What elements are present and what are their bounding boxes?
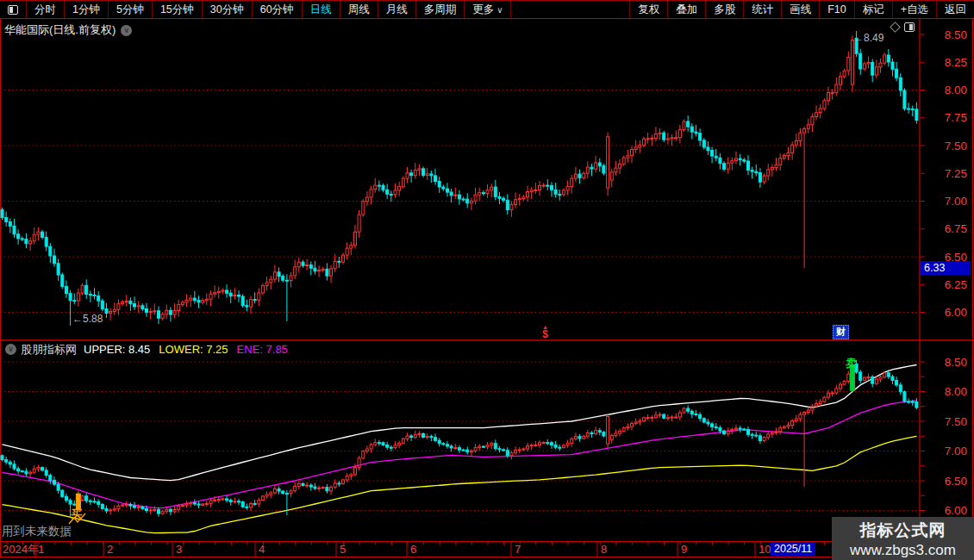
indicator-ene-value: ENE: 7.85: [237, 343, 288, 356]
watermark: 指标公式网 www.zbgs3.com: [832, 517, 974, 560]
button-f10[interactable]: F10: [819, 1, 854, 18]
svg-text:7.00: 7.00: [945, 445, 967, 457]
tab-more-label: 更多: [472, 3, 494, 17]
chevron-down-icon: ∨: [496, 5, 503, 15]
tab-15min[interactable]: 15分钟: [153, 1, 203, 18]
dividend-icon: $: [542, 328, 548, 340]
ene-label: ENE:: [237, 343, 263, 356]
tab-weekly[interactable]: 周线: [340, 1, 378, 18]
indicator-lower-value: LOWER: 7.25: [159, 343, 228, 356]
tab-30min[interactable]: 30分钟: [203, 1, 253, 18]
dividend-marker[interactable]: ▲$: [542, 324, 548, 338]
report-marker[interactable]: 财: [833, 325, 849, 339]
date-highlight-tag: 2025/11: [771, 542, 815, 556]
chart-canvas[interactable]: 8.508.258.007.757.507.257.006.756.506.25…: [0, 0, 974, 560]
high-price-annotation: ←8.49: [853, 32, 883, 44]
svg-text:8.50: 8.50: [945, 28, 967, 41]
ene-number: 7.85: [266, 343, 288, 356]
tab-more[interactable]: 更多 ∨: [465, 1, 511, 18]
tab-minute-chart[interactable]: 分时: [27, 1, 65, 18]
upper-number: 8.45: [128, 343, 150, 356]
plot-corner-icons: [891, 22, 915, 32]
layout-toggle-button[interactable]: [0, 1, 27, 18]
watermark-title: 指标公式网: [832, 520, 974, 542]
indicator-collapse-icon[interactable]: ∨: [5, 344, 16, 355]
svg-text:6.50: 6.50: [945, 475, 967, 488]
svg-text:8.25: 8.25: [945, 56, 967, 69]
price-highlight-tag: 6.33: [921, 261, 971, 275]
svg-text:7.75: 7.75: [945, 111, 967, 124]
tab-60min[interactable]: 60分钟: [253, 1, 303, 18]
tab-multi-period[interactable]: 多周期: [416, 1, 465, 18]
upper-label: UPPER:: [84, 343, 125, 356]
split-view-icon: [8, 5, 18, 15]
svg-text:8.50: 8.50: [945, 356, 967, 369]
title-dropdown-icon[interactable]: ∨: [121, 25, 132, 36]
button-draw-line[interactable]: 画线: [781, 1, 819, 18]
indicator-source-label: 股朋指标网: [21, 342, 77, 358]
indicator-upper-value: UPPER: 8.45: [84, 343, 150, 356]
low-price-annotation: ←5.88: [72, 313, 103, 325]
svg-text:2024年: 2024年: [3, 543, 39, 556]
svg-text:6.00: 6.00: [945, 306, 967, 319]
svg-text:8.00: 8.00: [945, 385, 967, 398]
svg-text:8: 8: [601, 543, 607, 556]
sell-signal-label: 卖: [846, 356, 857, 371]
buy-signal-label: 买: [71, 507, 82, 522]
symbol-period-label: 华能国际(日线.前复权): [4, 22, 116, 38]
app-window: 分时 1分钟 5分钟 15分钟 30分钟 60分钟 日线 周线 月线 多周期 更…: [0, 0, 974, 560]
svg-text:7: 7: [515, 543, 521, 556]
svg-text:6.00: 6.00: [945, 504, 967, 517]
panel-toggle-icon[interactable]: [904, 22, 915, 32]
svg-text:6.75: 6.75: [945, 222, 967, 235]
diamond-icon[interactable]: [890, 22, 901, 33]
svg-text:9: 9: [681, 543, 687, 556]
button-overlay[interactable]: 叠加: [667, 1, 705, 18]
svg-text:7.50: 7.50: [945, 415, 967, 428]
button-add-watchlist[interactable]: +自选: [892, 1, 936, 18]
svg-text:5: 5: [340, 543, 346, 556]
svg-text:4: 4: [259, 543, 265, 556]
watermark-url: www.zbgs3.com: [832, 542, 974, 559]
tab-monthly[interactable]: 月线: [378, 1, 416, 18]
button-statistics[interactable]: 统计: [743, 1, 781, 18]
svg-text:7.25: 7.25: [945, 167, 967, 180]
button-adjust-rights[interactable]: 复权: [629, 1, 667, 18]
svg-text:7.00: 7.00: [945, 195, 967, 208]
button-mark[interactable]: 标记: [854, 1, 892, 18]
svg-text:3: 3: [176, 543, 182, 556]
toolbar: 分时 1分钟 5分钟 15分钟 30分钟 60分钟 日线 周线 月线 多周期 更…: [0, 0, 974, 19]
svg-text:8.00: 8.00: [945, 84, 967, 96]
chart-title: 华能国际(日线.前复权) ∨: [4, 22, 132, 38]
button-back[interactable]: 返回: [936, 1, 974, 18]
toolbar-right-group: 复权 叠加 多股 统计 画线 F10 标记 +自选 返回: [629, 1, 974, 18]
svg-text:6.25: 6.25: [945, 278, 967, 291]
svg-text:2: 2: [107, 543, 113, 556]
button-multi-stock[interactable]: 多股: [705, 1, 743, 18]
tab-1min[interactable]: 1分钟: [65, 1, 109, 18]
lower-number: 7.25: [206, 343, 228, 356]
svg-text:1: 1: [38, 543, 44, 556]
tab-5min[interactable]: 5分钟: [109, 1, 153, 18]
indicator-header: ∨ 股朋指标网 UPPER: 8.45 LOWER: 7.25 ENE: 7.8…: [0, 342, 297, 357]
svg-text:6: 6: [410, 543, 416, 556]
lower-label: LOWER:: [159, 343, 203, 356]
svg-text:7.50: 7.50: [945, 140, 967, 152]
svg-text:10: 10: [759, 543, 771, 556]
tab-daily[interactable]: 日线: [303, 1, 340, 18]
future-data-note: 用到未来数据: [2, 524, 72, 539]
